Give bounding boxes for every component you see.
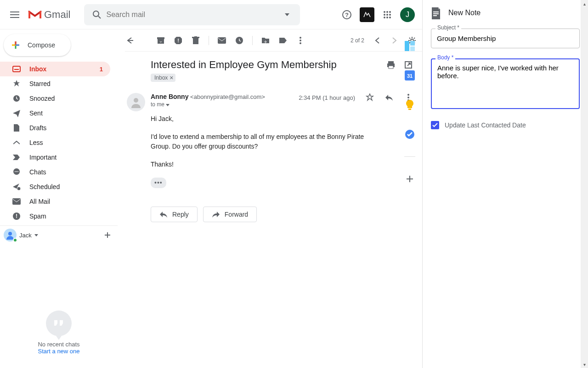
inbox-label-chip[interactable]: Inbox × — [151, 74, 175, 82]
star-button[interactable] — [365, 93, 374, 102]
email-timestamp: 2:34 PM (1 hour ago) — [299, 94, 355, 101]
move-to-button[interactable] — [261, 36, 270, 45]
nav-starred[interactable]: Starred — [0, 76, 110, 91]
svg-rect-46 — [405, 41, 409, 51]
reply-button[interactable]: Reply — [151, 207, 198, 222]
svg-rect-54 — [433, 13, 439, 14]
search-icon[interactable] — [88, 6, 106, 24]
nav-spam[interactable]: ! Spam — [0, 209, 110, 224]
reply-icon-button[interactable] — [384, 93, 394, 102]
remove-label-button[interactable]: × — [170, 74, 173, 81]
tasks-app[interactable] — [401, 125, 419, 144]
plus-icon — [104, 231, 111, 239]
get-addons-button[interactable] — [401, 170, 419, 188]
note-icon — [431, 7, 442, 18]
compose-button[interactable]: Compose — [4, 34, 71, 56]
svg-rect-22 — [12, 198, 21, 205]
prev-button[interactable] — [373, 36, 382, 45]
important-icon — [12, 153, 21, 162]
browser-scrollbar[interactable]: ▴ ▾ — [581, 0, 588, 368]
search-options-button[interactable] — [278, 6, 296, 24]
svg-point-13 — [389, 17, 391, 18]
nav-chats[interactable]: Chats — [0, 165, 110, 179]
back-button[interactable] — [125, 36, 134, 45]
addon-title: New Note — [448, 9, 481, 17]
calendar-app[interactable]: 31 — [401, 66, 419, 85]
support-button[interactable]: ? — [338, 6, 356, 24]
svg-point-5 — [384, 11, 385, 13]
recipient-line[interactable]: to me — [151, 101, 265, 108]
spam-icon: ! — [12, 212, 21, 221]
search-input[interactable] — [106, 11, 278, 19]
person-icon — [130, 96, 142, 109]
scroll-up-button[interactable]: ▴ — [581, 0, 588, 7]
apps-grid-icon — [383, 11, 391, 19]
keep-app[interactable] — [401, 96, 419, 114]
hangouts-current-user[interactable]: Jack — [4, 229, 114, 242]
svg-text:!: ! — [16, 213, 17, 219]
gmail-m-icon — [28, 9, 42, 20]
star-icon — [12, 79, 21, 88]
report-spam-button[interactable]: ! — [174, 36, 183, 45]
scroll-down-button[interactable]: ▾ — [581, 361, 588, 368]
reply-arrow-icon — [159, 211, 168, 218]
start-chat-link[interactable]: Start a new one — [4, 348, 114, 355]
new-chat-button[interactable] — [101, 229, 114, 242]
note-subject-input[interactable] — [431, 29, 580, 48]
more-button[interactable] — [296, 36, 305, 45]
archive-button[interactable] — [156, 36, 165, 45]
mark-unread-button[interactable] — [217, 36, 226, 45]
caret-down-icon — [285, 13, 289, 16]
update-contacted-checkbox[interactable] — [431, 121, 439, 129]
nav-drafts[interactable]: Drafts — [0, 121, 110, 135]
clock-icon — [12, 94, 21, 103]
note-body-textarea[interactable] — [431, 58, 580, 109]
sender-avatar[interactable] — [127, 93, 145, 111]
google-apps-button[interactable] — [378, 6, 396, 24]
hangouts-section: Jack No recent chats Start a new one — [0, 225, 118, 355]
left-sidebar: Compose Inbox 1 Starred Snoozed Sent — [0, 29, 118, 368]
drafts-icon — [12, 123, 21, 132]
print-button[interactable] — [386, 60, 396, 69]
svg-text:!: ! — [177, 38, 179, 43]
chevron-up-icon — [12, 138, 21, 147]
addon-app-1[interactable] — [401, 37, 419, 55]
keep-icon — [405, 99, 414, 110]
snooze-button[interactable] — [235, 36, 244, 45]
svg-point-21 — [17, 187, 21, 190]
presence-indicator — [13, 238, 17, 242]
svg-point-12 — [386, 17, 388, 18]
svg-point-10 — [389, 14, 391, 16]
help-icon: ? — [342, 10, 352, 20]
svg-point-36 — [300, 42, 301, 44]
nav-snoozed[interactable]: Snoozed — [0, 91, 110, 106]
svg-text:31: 31 — [407, 73, 413, 79]
forward-arrow-icon — [212, 211, 220, 218]
calendar-icon: 31 — [405, 70, 415, 80]
nav-scheduled[interactable]: Scheduled — [0, 179, 110, 194]
labels-button[interactable] — [278, 36, 288, 45]
email-body: Hi Jack, I'd love to extend a membership… — [151, 114, 380, 188]
nav-allmail[interactable]: All Mail — [0, 194, 110, 209]
inbox-count: 1 — [100, 66, 103, 73]
search-bar[interactable] — [84, 4, 300, 25]
main-menu-button[interactable] — [4, 4, 26, 26]
nav-sent[interactable]: Sent — [0, 106, 110, 121]
user-avatar-icon — [4, 229, 17, 242]
delete-button[interactable] — [191, 36, 200, 45]
sender-email: <abonnypirate@gmail.com> — [190, 93, 265, 100]
addon-side-panel: New Note Subject * Body * Update Last Co… — [423, 0, 588, 368]
caret-down-icon — [34, 234, 38, 236]
nav-inbox[interactable]: Inbox 1 — [0, 62, 110, 76]
forward-button[interactable]: Forward — [203, 207, 257, 222]
addon-launcher[interactable] — [360, 7, 374, 22]
sender-name: Anne Bonny — [151, 93, 188, 100]
nav-less[interactable]: Less — [0, 135, 110, 150]
gmail-wordmark: Gmail — [44, 9, 70, 21]
account-avatar[interactable]: J — [400, 7, 415, 22]
svg-rect-55 — [433, 15, 437, 16]
nav-important[interactable]: Important — [0, 150, 110, 165]
email-content: ! 2 of 2 Interested in Employee G — [118, 29, 422, 368]
show-trimmed-button[interactable]: ••• — [151, 178, 166, 188]
gmail-logo[interactable]: Gmail — [28, 9, 70, 21]
